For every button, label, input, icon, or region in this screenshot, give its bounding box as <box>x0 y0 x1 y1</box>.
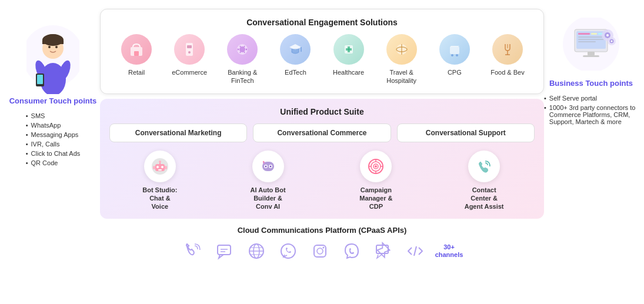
product-suite-title: Unified Product Suite <box>109 107 535 116</box>
contact-center-label: ContactCenter &Agent Assist <box>465 186 504 211</box>
svg-point-80 <box>317 248 323 254</box>
svg-point-52 <box>159 161 161 163</box>
retail-icon <box>121 34 152 65</box>
svg-point-41 <box>451 54 453 56</box>
svg-rect-8 <box>37 75 43 84</box>
industry-cpg: CPG <box>431 34 478 76</box>
svg-rect-14 <box>591 33 597 35</box>
industry-icons: Retail eCommerce <box>110 34 534 85</box>
feature-bot-studio: Bot Studio:Chat &Voice <box>109 151 211 211</box>
feature-campaign: CampaignManager &CDP <box>326 151 427 211</box>
list-item: 1000+ 3rd party connectors to Commerce P… <box>544 103 638 126</box>
svg-rect-16 <box>578 36 604 38</box>
svg-point-4 <box>48 46 51 48</box>
cpaas-phone-icon <box>181 239 205 263</box>
list-item: WhatsApp <box>26 121 81 130</box>
feature-ai-bot: AI Auto BotBuilder &Conv AI <box>218 151 319 211</box>
svg-rect-53 <box>153 166 155 169</box>
cpaas-globe-icon <box>245 239 268 263</box>
cpaas-icons: 30+channels <box>100 239 544 263</box>
ecommerce-label: eCommerce <box>172 68 207 76</box>
bot-studio-icon <box>144 151 176 182</box>
industry-healthcare: Healthcare <box>325 34 372 76</box>
cpg-icon <box>439 34 470 65</box>
svg-rect-28 <box>134 51 139 56</box>
cpaas-title: Cloud Communications Platform (CPaaS API… <box>100 226 544 235</box>
tab-conversational-commerce[interactable]: Conversational Commerce <box>253 123 391 142</box>
touch-points-list: SMS WhatsApp Messaging Apps IVR, Calls C… <box>26 111 81 168</box>
cpaas-chat-icon <box>213 239 236 263</box>
svg-point-31 <box>188 51 191 54</box>
industry-edtech: EdTech <box>272 34 319 76</box>
engagement-title: Conversational Engagement Solutions <box>110 18 534 27</box>
list-item: Self Serve portal <box>544 93 638 103</box>
engagement-card: Conversational Engagement Solutions Reta… <box>100 9 544 94</box>
cpaas-instagram-icon <box>308 239 332 263</box>
cpg-label: CPG <box>448 68 462 76</box>
main-container: Consumer Touch points SMS WhatsApp Messa… <box>0 0 644 304</box>
svg-point-61 <box>262 161 263 162</box>
feature-contact-center: ContactCenter &Agent Assist <box>433 151 535 211</box>
foodbev-label: Food & Bev <box>490 68 524 76</box>
cpaas-viber-icon <box>340 239 363 263</box>
cpaas-section: Cloud Communications Platform (CPaaS API… <box>100 226 544 263</box>
campaign-icon <box>360 151 392 182</box>
svg-point-33 <box>239 46 245 52</box>
campaign-label: CampaignManager &CDP <box>359 186 392 211</box>
svg-point-58 <box>265 165 266 167</box>
tab-conversational-marketing[interactable]: Conversational Marketing <box>109 123 247 142</box>
svg-rect-50 <box>158 169 162 171</box>
svg-point-59 <box>269 165 271 167</box>
consumer-figure <box>26 18 79 94</box>
tab-conversational-support[interactable]: Conversational Support <box>397 123 535 142</box>
ai-bot-icon <box>252 151 284 182</box>
industry-foodbev: Food & Bev <box>484 34 531 76</box>
channels-badge: 30+channels <box>435 243 463 259</box>
foodbev-icon <box>492 34 523 65</box>
business-title: Business Touch points <box>549 79 633 89</box>
svg-point-23 <box>606 34 609 36</box>
svg-point-81 <box>322 247 324 249</box>
svg-point-49 <box>161 166 163 168</box>
svg-rect-37 <box>346 48 352 51</box>
svg-point-5 <box>55 46 58 48</box>
travel-icon <box>386 34 417 65</box>
svg-rect-13 <box>578 33 590 35</box>
svg-rect-30 <box>187 45 192 48</box>
healthcare-label: Healthcare <box>333 68 364 76</box>
consumer-title: Consumer Touch points <box>9 96 97 106</box>
product-card: Unified Product Suite Conversational Mar… <box>100 99 544 219</box>
cpaas-whatsapp-icon <box>276 239 300 263</box>
svg-point-78 <box>281 244 295 258</box>
banking-icon <box>227 34 258 65</box>
svg-rect-70 <box>218 245 231 255</box>
healthcare-icon <box>333 34 364 65</box>
svg-rect-54 <box>165 166 167 169</box>
svg-point-26 <box>611 41 613 42</box>
svg-rect-20 <box>583 55 599 57</box>
bot-studio-label: Bot Studio:Chat &Voice <box>142 186 177 211</box>
svg-rect-19 <box>588 52 595 55</box>
svg-rect-17 <box>578 39 604 40</box>
svg-rect-29 <box>186 43 193 56</box>
product-tabs: Conversational Marketing Conversational … <box>109 123 535 142</box>
center-content: Conversational Engagement Solutions Reta… <box>100 9 544 263</box>
industry-retail: Retail <box>113 34 160 76</box>
ecommerce-icon <box>174 34 205 65</box>
cpaas-api-icon <box>403 239 427 263</box>
business-figure <box>562 18 620 76</box>
svg-rect-18 <box>578 41 596 42</box>
svg-point-42 <box>456 54 458 56</box>
contact-center-icon <box>468 151 500 182</box>
list-item: Click to Chat Ads <box>26 149 81 158</box>
left-panel: Consumer Touch points SMS WhatsApp Messa… <box>6 18 100 168</box>
industry-travel: Travel & Hospitality <box>378 34 425 85</box>
edtech-icon <box>280 34 311 65</box>
product-features: Bot Studio:Chat &Voice <box>109 151 535 211</box>
ai-bot-label: AI Auto BotBuilder &Conv AI <box>251 186 286 211</box>
business-list: Self Serve portal 1000+ 3rd party connec… <box>544 93 638 126</box>
svg-line-83 <box>414 246 416 256</box>
industry-banking: Banking & FinTech <box>219 34 266 85</box>
edtech-label: EdTech <box>285 68 306 76</box>
cpaas-messenger-icon <box>372 239 395 263</box>
